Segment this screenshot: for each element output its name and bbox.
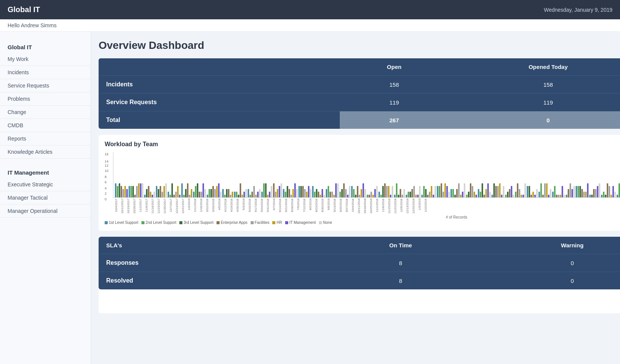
bar [380, 195, 382, 198]
chart-legend-item: 1st Level Support [105, 220, 138, 225]
bar [390, 195, 391, 198]
bar [444, 183, 446, 198]
x-axis-label: 5/17/2018 [254, 198, 259, 214]
bar [503, 186, 504, 197]
bar [550, 189, 551, 198]
bar [335, 183, 337, 198]
bar [415, 195, 417, 198]
table-row-incidents: Incidents 158 158 0 12 [99, 76, 620, 94]
sidebar-item-executive-strategic[interactable]: Executive Strategic [0, 178, 91, 191]
sidebar-item-manager-operational[interactable]: Manager Operational [0, 205, 91, 218]
sidebar-item-my-work[interactable]: My Work [0, 53, 91, 66]
bar [394, 195, 396, 198]
bar [185, 189, 187, 198]
bar [552, 192, 554, 197]
resolved-label: Resolved [99, 272, 315, 290]
bar-group [156, 183, 167, 198]
bar [310, 189, 311, 198]
sr-opened-today: 119 [449, 94, 620, 111]
bar-group [437, 183, 450, 198]
summary-table: Open Opened Today VIP Unread Journals In… [99, 58, 620, 129]
sidebar-item-incidents[interactable]: Incidents [0, 66, 91, 79]
x-axis-label: 10/12/2017 [121, 198, 126, 214]
bar-group [339, 183, 350, 198]
bar [578, 186, 579, 197]
bar [517, 183, 518, 198]
bar [351, 186, 353, 197]
bar [406, 195, 407, 198]
sidebar-item-change[interactable]: Change [0, 106, 91, 119]
bar [201, 192, 202, 197]
x-axis-label: 8/30/2018 [321, 198, 326, 214]
bar [433, 195, 434, 198]
bar [487, 183, 489, 198]
bar [171, 183, 173, 198]
bar [138, 183, 140, 198]
sidebar-item-manager-tactical[interactable]: Manager Tactical [0, 191, 91, 205]
bar [581, 189, 583, 198]
bar [458, 183, 460, 198]
bar [524, 183, 526, 198]
x-axis-label: 10/26/2017 [133, 198, 138, 214]
x-axis-label: 1/4/2018 [187, 198, 193, 214]
sla-row-responses: Responses 8 0 322 [99, 254, 620, 272]
bar [521, 195, 522, 198]
bar [181, 183, 183, 198]
x-axis-label: 6/7/2018 [272, 198, 278, 214]
sla-row-resolved: Resolved 8 0 267 [99, 272, 620, 290]
bar [367, 195, 368, 198]
sr-open: 119 [340, 94, 449, 111]
bar [245, 189, 247, 198]
bar-group [538, 183, 551, 198]
bar [228, 189, 229, 198]
bar [296, 189, 298, 198]
x-axis-label: 9/6/2018 [327, 198, 332, 214]
bar [294, 183, 296, 198]
bar [150, 192, 151, 197]
bar [609, 186, 610, 197]
bar [209, 189, 210, 198]
bar [204, 189, 206, 198]
bar [482, 183, 483, 198]
x-axis-label: 7/12/2018 [303, 198, 308, 214]
x-axis-label: 3/22/2018 [206, 198, 211, 214]
bar [456, 189, 458, 198]
x-axis-label: 11/15/2018 [388, 198, 393, 214]
bar [179, 195, 181, 198]
bar [240, 183, 241, 198]
bar-group [351, 183, 366, 198]
chart-legend-dot [285, 221, 288, 224]
bar [316, 189, 317, 198]
bar [363, 183, 364, 198]
x-axis-label: 5/24/2018 [260, 198, 265, 214]
bar [573, 186, 575, 197]
bar [304, 189, 306, 198]
x-axis-label: 8/2/2018 [309, 198, 314, 214]
sidebar-item-service-requests[interactable]: Service Requests [0, 79, 91, 92]
bar-group [527, 186, 538, 197]
bar-group [283, 183, 298, 198]
sidebar-item-problems[interactable]: Problems [0, 92, 91, 106]
x-axis-label: 10/11/2018 [357, 198, 363, 214]
sidebar-item-reports[interactable]: Reports [0, 132, 91, 145]
bar [499, 183, 501, 198]
bar-group [491, 183, 504, 198]
chart-legend-dot [141, 221, 144, 224]
bar [142, 183, 143, 198]
bar [243, 192, 245, 197]
bar [435, 186, 436, 197]
bar [370, 192, 372, 197]
bar [333, 195, 335, 198]
sidebar-item-cmdb[interactable]: CMDB [0, 119, 91, 132]
sidebar-item-knowledge-articles[interactable]: Knowledge Articles [0, 145, 91, 159]
bar [583, 192, 585, 197]
bar [306, 192, 308, 197]
bar [410, 192, 411, 197]
x-axis-label: 4/12/2018 [224, 198, 229, 214]
bar [251, 192, 253, 197]
bar [173, 195, 175, 198]
bar [162, 192, 163, 197]
chart-subtitle: # of Records [105, 215, 620, 219]
bar [129, 186, 130, 197]
bar [195, 186, 196, 197]
